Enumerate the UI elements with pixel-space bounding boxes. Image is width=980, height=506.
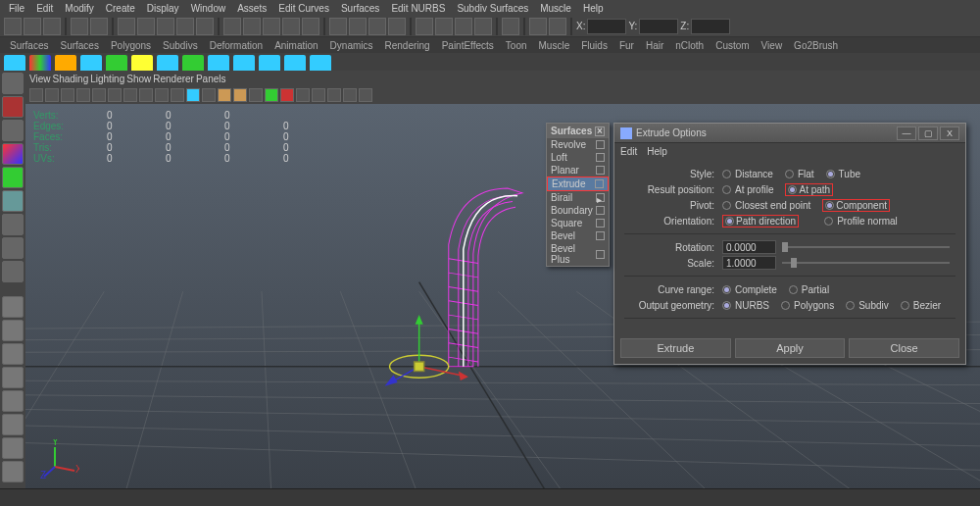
layout-single-icon[interactable]	[2, 296, 24, 318]
surfaces-marking-menu[interactable]: Surfaces × Revolve Loft Planar Extrude B…	[546, 123, 610, 267]
vp-tool-icon[interactable]	[29, 88, 43, 102]
vp-menu-show[interactable]: Show	[126, 74, 151, 84]
style-flat-radio[interactable]	[785, 170, 794, 178]
vp-tool-icon[interactable]	[76, 88, 90, 102]
dialog-menubar[interactable]: Edit Help	[614, 143, 965, 159]
main-menubar[interactable]: File Edit Modify Create Display Window A…	[0, 0, 980, 16]
shelf-tab[interactable]: View	[756, 40, 789, 51]
dialog-titlebar[interactable]: Extrude Options — ▢ X	[614, 124, 965, 143]
vp-tool-icon[interactable]	[139, 88, 153, 102]
scale-tool-icon[interactable]	[2, 190, 24, 212]
close-icon[interactable]: ×	[595, 126, 605, 136]
shelf-tab[interactable]: Deformation	[204, 40, 269, 51]
shelf-tab[interactable]: Fluids	[575, 40, 613, 51]
tool-sel5-icon[interactable]	[196, 18, 214, 35]
vp-tool-icon[interactable]	[92, 88, 106, 102]
vp-tool-icon[interactable]	[296, 88, 310, 102]
vp-tex-icon[interactable]	[233, 88, 247, 102]
rotation-field[interactable]	[722, 240, 776, 254]
curverange-partial-radio[interactable]	[789, 285, 798, 294]
tool-save-icon[interactable]	[43, 18, 61, 35]
surfaces-item-loft[interactable]: Loft	[547, 151, 609, 164]
surfaces-item-square[interactable]: Square	[547, 217, 609, 229]
menu-surfaces[interactable]: Surfaces	[336, 3, 384, 14]
shelf-tab[interactable]: Fur	[613, 40, 640, 51]
tool-snap1-icon[interactable]	[223, 18, 241, 35]
shelf-tab[interactable]: PaintEffects	[436, 40, 500, 51]
geom-bezier-radio[interactable]	[901, 301, 909, 310]
tool-snap3-icon[interactable]	[263, 18, 280, 35]
dialog-menu-edit[interactable]: Edit	[620, 146, 637, 157]
z-field[interactable]	[691, 19, 730, 34]
layout-hyper-icon[interactable]	[2, 414, 24, 435]
tool-snap5-icon[interactable]	[302, 18, 319, 35]
move-tool-icon[interactable]	[2, 143, 24, 165]
layout-icon[interactable]	[2, 437, 24, 459]
vp-tool-icon[interactable]	[155, 88, 169, 102]
tool-f-icon[interactable]	[549, 18, 566, 35]
orient-normal-radio[interactable]	[824, 217, 833, 226]
tool-new-icon[interactable]	[4, 18, 22, 35]
vp-tool-icon[interactable]	[202, 88, 216, 102]
shelf-tab[interactable]: Surfaces	[54, 40, 104, 51]
geom-polygons-radio[interactable]	[781, 301, 790, 310]
pivot-component-radio[interactable]	[825, 201, 834, 210]
tool-select-icon[interactable]	[118, 18, 135, 35]
surfaces-title[interactable]: Surfaces ×	[547, 124, 609, 138]
result-atprofile-radio[interactable]	[722, 185, 731, 194]
menu-window[interactable]: Window	[186, 3, 231, 14]
tool-a-icon[interactable]	[416, 18, 433, 35]
vp-tool-icon[interactable]	[45, 88, 59, 102]
extrude-options-dialog[interactable]: Extrude Options — ▢ X Edit Help Style: D…	[613, 123, 966, 365]
vp-tool-icon[interactable]	[312, 88, 325, 102]
curverange-complete-radio[interactable]	[722, 285, 731, 294]
tool-d-icon[interactable]	[474, 18, 492, 35]
layout-two-icon[interactable]	[2, 343, 24, 365]
menu-file[interactable]: File	[4, 3, 29, 14]
shelf-tab[interactable]: nCloth	[669, 40, 710, 51]
style-distance-radio[interactable]	[722, 170, 731, 178]
close-button[interactable]: Close	[849, 338, 959, 358]
menu-edit[interactable]: Edit	[31, 3, 58, 14]
soft-tool-icon[interactable]	[2, 237, 24, 259]
shelf-tab[interactable]: Go2Brush	[788, 40, 844, 51]
surfaces-item-revolve[interactable]: Revolve	[547, 138, 609, 151]
vp-menu-lighting[interactable]: Lighting	[90, 74, 124, 84]
shelf-tab[interactable]: Polygons	[105, 40, 157, 51]
shelf-tab[interactable]: Animation	[269, 40, 323, 51]
close-icon[interactable]: X	[940, 126, 959, 140]
vp-wireframe-icon[interactable]	[186, 88, 200, 102]
vp-xray-icon[interactable]	[280, 88, 294, 102]
surfaces-item-birail[interactable]: Birail▸	[547, 191, 609, 204]
scale-field[interactable]	[722, 256, 776, 270]
paint-tool-icon[interactable]	[2, 120, 24, 141]
manipulator-tool-icon[interactable]	[2, 214, 24, 235]
shelf-tab[interactable]: Custom	[710, 40, 755, 51]
vp-shaded-icon[interactable]	[218, 88, 231, 102]
viewport-menubar[interactable]: View Shading Lighting Show Renderer Pane…	[25, 71, 980, 86]
dialog-menu-help[interactable]: Help	[647, 146, 667, 157]
tool-render-icon[interactable]	[329, 18, 347, 35]
surfaces-item-extrude[interactable]: Extrude	[547, 177, 609, 191]
lasso-tool-icon[interactable]	[2, 96, 24, 118]
vp-menu-renderer[interactable]: Renderer	[153, 74, 194, 84]
tool-sel3-icon[interactable]	[157, 18, 174, 35]
menu-display[interactable]: Display	[142, 3, 184, 14]
scale-slider[interactable]	[782, 262, 950, 264]
shelf-tab[interactable]: Toon	[500, 40, 533, 51]
vp-menu-shading[interactable]: Shading	[53, 74, 89, 84]
geom-nurbs-radio[interactable]	[722, 301, 731, 310]
layout-icon[interactable]	[2, 461, 24, 482]
menu-help[interactable]: Help	[578, 3, 609, 14]
menu-create[interactable]: Create	[101, 3, 140, 14]
surfaces-item-bevelplus[interactable]: Bevel Plus	[547, 242, 609, 266]
vp-light-icon[interactable]	[265, 88, 278, 102]
tool-open-icon[interactable]	[24, 18, 41, 35]
geom-subdiv-radio[interactable]	[846, 301, 855, 310]
surfaces-item-boundary[interactable]: Boundary	[547, 204, 609, 217]
surfaces-item-bevel[interactable]: Bevel	[547, 229, 609, 242]
shelf-tab[interactable]: Dynamics	[324, 40, 379, 51]
tool-c-icon[interactable]	[455, 18, 472, 35]
tool-sel4-icon[interactable]	[176, 18, 194, 35]
minimize-icon[interactable]: —	[897, 126, 916, 140]
